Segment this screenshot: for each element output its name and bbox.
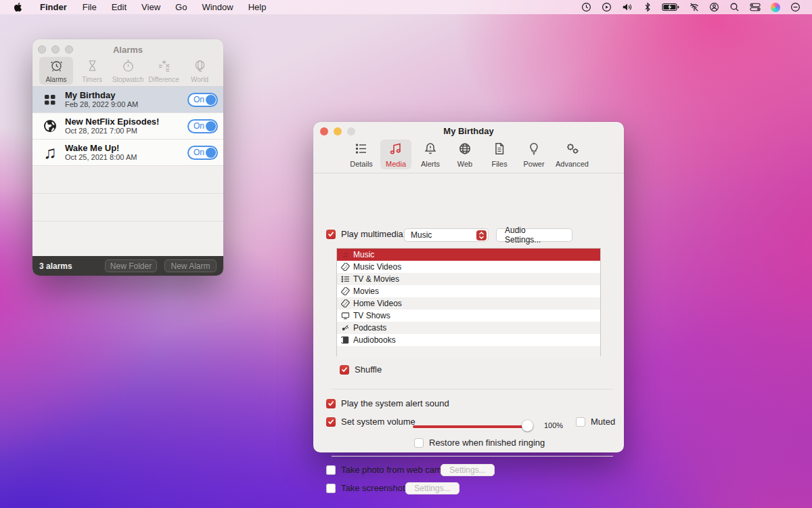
dialog-toolbar: Details Media Alerts Web Files [313, 138, 624, 173]
details-list-icon [354, 142, 369, 158]
alarms-toolbar: Alarms Timers Stopwatch Difference [32, 56, 223, 85]
list-item-label: TV Shows [353, 311, 390, 320]
music-note-icon: ♫ [340, 250, 350, 259]
siri-icon[interactable] [769, 1, 781, 13]
list-item-audiobooks[interactable]: Audiobooks [337, 334, 600, 346]
restore-checkbox[interactable] [414, 438, 424, 448]
dropdown-stepper-icon [476, 230, 487, 240]
grid-icon [39, 93, 61, 106]
tab-alerts[interactable]: Alerts [415, 140, 446, 169]
volume-slider-track[interactable] [413, 425, 533, 428]
section-divider [332, 456, 613, 457]
tab-label: Stopwatch [112, 76, 144, 83]
battery-charging-icon[interactable] [662, 1, 679, 13]
shuffle-label: Shuffle [355, 364, 382, 375]
tab-stopwatch[interactable]: Stopwatch [111, 57, 145, 85]
menu-window[interactable]: Window [194, 2, 240, 12]
tab-details[interactable]: Details [346, 140, 377, 169]
tab-label: Media [386, 160, 406, 168]
tab-alarms[interactable]: Alarms [39, 57, 73, 85]
menu-go[interactable]: Go [168, 2, 194, 12]
section-divider [332, 389, 613, 389]
alarm-clock-icon [49, 59, 64, 75]
list-item-label: Movies [353, 287, 379, 296]
search-icon[interactable] [729, 1, 740, 13]
clock-icon[interactable] [581, 1, 592, 13]
shuffle-checkbox[interactable] [340, 365, 349, 375]
tab-world[interactable]: World [183, 57, 217, 85]
play-multimedia-label: Play multimedia: [341, 229, 405, 239]
screenshot-settings-button[interactable]: Settings... [405, 482, 459, 494]
tab-power[interactable]: Power [518, 140, 549, 169]
music-note-icon: ♫ [39, 146, 61, 159]
list-item-music[interactable]: ♫ Music [337, 249, 600, 261]
play-multimedia-checkbox[interactable] [326, 230, 336, 239]
ticket-icon [340, 287, 350, 295]
control-center-icon[interactable] [749, 1, 761, 13]
user-circle-icon[interactable] [708, 1, 720, 13]
list-item-podcasts[interactable]: Podcasts [337, 322, 600, 334]
toggle-knob [206, 121, 216, 131]
bell-alert-icon [423, 142, 438, 158]
play-circle-icon[interactable] [601, 1, 612, 13]
muted-checkbox[interactable] [576, 417, 585, 427]
tab-timers[interactable]: Timers [75, 57, 109, 85]
volume-slider-knob[interactable] [522, 420, 533, 431]
alarms-window: Alarms Alarms Timers Stopwatch [32, 39, 223, 276]
new-folder-button[interactable]: New Folder [105, 259, 157, 272]
alarms-footer: 3 alarms New Folder New Alarm [32, 256, 223, 276]
tab-label: Alerts [421, 160, 440, 168]
bluetooth-icon[interactable] [641, 1, 653, 13]
tab-web[interactable]: Web [449, 140, 480, 169]
volume-icon[interactable] [621, 1, 633, 13]
menu-edit[interactable]: Edit [104, 2, 134, 12]
tab-files[interactable]: Files [484, 140, 515, 169]
list-item-tv-movies[interactable]: TV & Movies [337, 273, 600, 285]
list-item-music-videos[interactable]: Music Videos [337, 261, 600, 273]
tab-label: Web [457, 160, 472, 168]
system-volume-checkbox[interactable] [326, 417, 336, 427]
menu-file[interactable]: File [75, 2, 104, 12]
new-alarm-button[interactable]: New Alarm [164, 259, 217, 272]
alarm-row-netflix[interactable]: New NetFlix Episodes! Oct 28, 2021 7:00 … [32, 113, 223, 140]
tab-label: World [191, 76, 208, 83]
list-item-label: Home Videos [353, 299, 402, 308]
alarm-toggle[interactable]: On [187, 93, 218, 107]
tab-label: Files [491, 160, 507, 168]
wifi-off-icon[interactable] [688, 1, 700, 13]
media-type-dropdown[interactable]: Music [404, 228, 489, 242]
tab-difference[interactable]: Difference [147, 57, 181, 85]
do-not-disturb-icon[interactable] [790, 1, 801, 13]
alarm-toggle[interactable]: On [187, 146, 218, 160]
list-item-tv-shows[interactable]: TV Shows [337, 310, 600, 322]
toggle-state: On [189, 95, 204, 104]
window-title: Alarms [32, 45, 223, 55]
take-photo-checkbox[interactable] [326, 465, 336, 475]
alarm-toggle[interactable]: On [187, 119, 218, 133]
podcast-icon [340, 324, 350, 332]
alarm-row-wake-me-up[interactable]: ♫ Wake Me Up! Oct 25, 2021 8:00 AM On [32, 140, 223, 166]
menu-view[interactable]: View [134, 2, 168, 12]
menu-help[interactable]: Help [241, 2, 274, 12]
list-item-movies[interactable]: Movies [337, 285, 600, 297]
tab-advanced[interactable]: Advanced [553, 140, 591, 169]
tab-label: Difference [148, 76, 179, 83]
take-screenshot-checkbox[interactable] [326, 484, 336, 493]
system-volume-label: Set system volume [341, 417, 415, 427]
tab-label: Advanced [556, 160, 589, 168]
tab-media[interactable]: Media [380, 140, 411, 169]
volume-value: 100% [544, 421, 563, 429]
list-item-home-videos[interactable]: Home Videos [337, 297, 600, 310]
toggle-knob [206, 95, 216, 105]
photo-settings-button[interactable]: Settings... [441, 464, 495, 476]
alert-sound-label: Play the system alert sound [341, 398, 449, 408]
alert-sound-checkbox[interactable] [326, 399, 336, 408]
menu-app-name[interactable]: Finder [32, 2, 75, 12]
toggle-state: On [189, 148, 204, 157]
alarm-settings-dialog: My Birthday Details Media Alerts Web [313, 122, 624, 452]
alarm-row-my-birthday[interactable]: My Birthday Feb 28, 2022 9:00 AM On [32, 87, 223, 113]
audio-settings-button[interactable]: Audio Settings... [496, 228, 572, 242]
document-icon [492, 142, 507, 158]
apple-menu-icon[interactable] [14, 2, 23, 13]
take-screenshot-label: Take screenshot [341, 483, 405, 493]
